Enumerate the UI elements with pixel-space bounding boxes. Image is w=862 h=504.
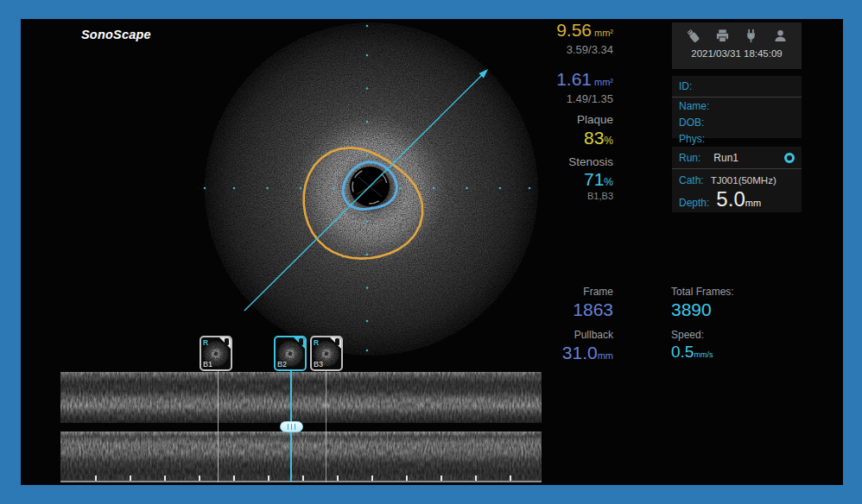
depth-row: Depth: 5.0 mm xyxy=(672,187,802,211)
cath-label: Cath: xyxy=(679,174,704,186)
frame-label: Frame xyxy=(562,287,613,297)
catheter-row: Cath: TJ001(50MHz) xyxy=(672,174,802,186)
pullback-distance: 31.0mm xyxy=(562,343,613,362)
bookmark-card-icon xyxy=(225,338,229,345)
total-frames-value: 3890 xyxy=(671,300,734,318)
slider-grip xyxy=(295,424,296,430)
vessel-area-unit: mm² xyxy=(594,28,613,38)
run-info-panel: Run: Run1 Cath: TJ001(50MHz) Depth: 5.0 … xyxy=(672,147,802,212)
stenosis-value: 71 xyxy=(584,169,604,189)
bookmark-marker-line-b1 xyxy=(218,371,219,482)
lumen-area: 1.61mm² xyxy=(556,70,613,88)
bookmark-r-flag: R xyxy=(203,338,208,347)
patient-info-panel: ID: Name: DOB: Phys: xyxy=(672,76,802,138)
plaque-unit: % xyxy=(604,135,613,147)
vessel-area: 9.56mm² xyxy=(556,21,613,39)
speed: 0.5mm/s xyxy=(671,343,734,360)
speed-unit: mm/s xyxy=(694,350,713,359)
slider-grip xyxy=(291,424,293,430)
usb-drive-icon[interactable] xyxy=(686,28,700,43)
slider-grip xyxy=(288,424,289,430)
system-toolbar: 2021/03/31 18:45:09 xyxy=(672,22,802,69)
bookmark-id: B3 xyxy=(314,360,323,369)
toolbar-icons xyxy=(672,22,802,43)
patient-phys-field: Phys: xyxy=(672,130,802,147)
bookmark-id: B2 xyxy=(277,360,287,369)
vessel-area-value: 9.56 xyxy=(556,20,592,40)
frame-slider-handle[interactable] xyxy=(280,421,303,432)
run-label: Run: xyxy=(679,152,700,164)
screen: SonoScape 9.56mm² 3.59/3.34 1.61mm² 1.49… xyxy=(21,19,843,485)
pullback-ruler-ticks xyxy=(60,475,542,481)
longitudinal-view-bottom[interactable] xyxy=(60,432,542,481)
speed-value: 0.5 xyxy=(671,343,694,361)
depth-value: 5.0 xyxy=(716,187,745,211)
stenosis-percent: 71% xyxy=(556,170,613,188)
bookmark-id: B1 xyxy=(203,360,212,369)
patient-name-field: Name: xyxy=(672,98,802,114)
pullback-ruler-baseline xyxy=(60,481,542,482)
plaque-burden: 83% xyxy=(556,129,613,147)
pullback-value: 31.0 xyxy=(562,343,598,362)
measurement-panel: 9.56mm² 3.59/3.34 1.61mm² 1.49/1.35 Plaq… xyxy=(556,21,613,201)
total-frames-label: Total Frames: xyxy=(671,287,734,297)
lumen-area-value: 1.61 xyxy=(556,69,592,89)
plaque-value: 83 xyxy=(584,128,604,148)
pullback-unit: mm xyxy=(598,350,613,361)
bookmark-r-flag: R xyxy=(314,338,319,347)
datetime: 2021/03/31 18:45:09 xyxy=(672,48,802,59)
frame-counter-column: Frame 1863 Pullback 31.0mm xyxy=(562,287,613,362)
power-plug-icon[interactable] xyxy=(744,28,758,43)
patient-dob-field: DOB: xyxy=(672,114,802,130)
speed-label: Speed: xyxy=(671,330,734,340)
bookmark-thumbnail-b1[interactable]: R B1 xyxy=(200,336,232,371)
ivus-cross-section-image[interactable] xyxy=(203,21,540,357)
stenosis-label: Stenosis xyxy=(556,156,613,168)
stenosis-unit: % xyxy=(604,176,613,188)
plaque-label: Plaque xyxy=(556,114,613,126)
bookmark-card-icon xyxy=(299,338,303,345)
run-value: Run1 xyxy=(713,152,738,164)
device-bezel: SonoScape 9.56mm² 3.59/3.34 1.61mm² 1.49… xyxy=(0,0,862,504)
patient-id-field[interactable]: ID: xyxy=(672,76,802,98)
bookmark-marker-line-b3 xyxy=(326,371,326,482)
pullback-label: Pullback xyxy=(562,330,613,340)
printer-icon[interactable] xyxy=(715,28,730,43)
lumen-area-unit: mm² xyxy=(594,77,613,87)
totals-column: Total Frames: 3890 Speed: 0.5mm/s xyxy=(671,287,734,360)
stenosis-reference: B1,B3 xyxy=(556,192,613,201)
run-record-icon[interactable] xyxy=(784,153,795,163)
bookmark-thumbnail-b2[interactable]: B2 xyxy=(274,336,307,371)
cath-value: TJ001(50MHz) xyxy=(711,175,776,186)
brand-logo: SonoScape xyxy=(81,28,151,41)
depth-label: Depth: xyxy=(679,197,709,209)
user-icon[interactable] xyxy=(773,28,788,43)
lumen-diameters: 1.49/1.35 xyxy=(556,93,613,104)
bookmark-card-icon xyxy=(335,338,339,345)
frame-number: 1863 xyxy=(562,300,613,318)
longitudinal-view-top[interactable] xyxy=(60,372,542,423)
vessel-diameters: 3.59/3.34 xyxy=(556,44,613,55)
depth-unit: mm xyxy=(745,198,761,208)
bookmark-thumbnail-b3[interactable]: R B3 xyxy=(310,336,343,371)
run-selector[interactable]: Run: Run1 xyxy=(672,147,802,169)
